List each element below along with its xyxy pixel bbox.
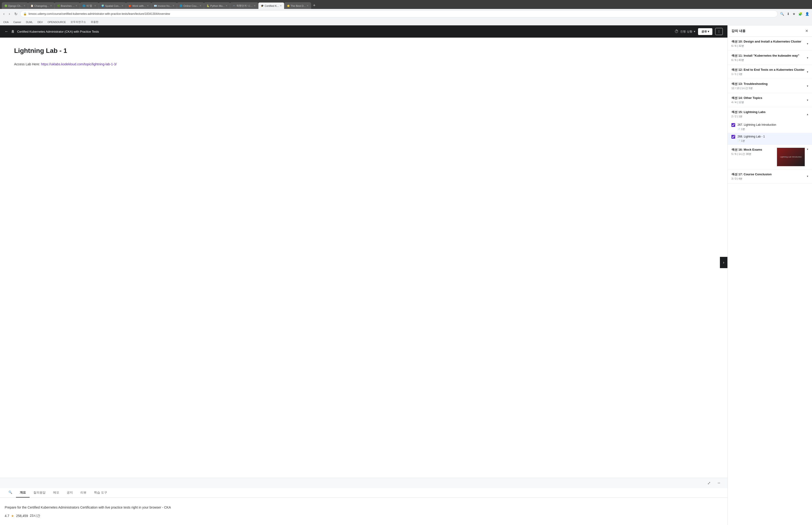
tab-work[interactable]: 🍎 Work with... ✕: [126, 2, 151, 9]
lecture-268[interactable]: 268. Lightning Lab - 1 📄 1분: [727, 133, 812, 145]
tab-overview[interactable]: 개요: [16, 488, 30, 497]
more-options-button[interactable]: ⋮: [715, 28, 723, 35]
section-12: 섹션 12: End to End Tests on a Kubernetes …: [727, 65, 812, 79]
lecture-267-name: 267. Lightning Lab Introduction: [737, 123, 808, 127]
section-17-chevron-icon: ▾: [807, 175, 808, 178]
preview-thumb-inner: Lightning Lab Introduction: [777, 148, 805, 166]
tab-close-python[interactable]: ✕: [226, 4, 227, 7]
tab-tools[interactable]: 학습 도구: [90, 488, 111, 497]
address-bar[interactable]: 🔒 kmooc.udemy.com/course/certified-kuber…: [20, 10, 778, 17]
bookmark-dlml[interactable]: DLML: [25, 20, 34, 24]
search-nav-icon[interactable]: 🔍: [779, 11, 785, 17]
tab-close-django[interactable]: ✕: [24, 4, 25, 7]
doc-268-icon: 📄: [737, 139, 740, 142]
lab-link[interactable]: https://uklabs.kodekloud.com/topic/light…: [41, 62, 117, 66]
lecture-267-duration: 📄 1분: [737, 127, 808, 131]
section-14-header[interactable]: 섹션 14: Other Topics 4 / 4 | 12분 ▾: [727, 93, 812, 107]
lecture-tab-nav: 🔍 개요 질의응답 메모 공지 리뷰 학습 도구: [0, 488, 727, 498]
bookmark-bar: CKA Career DLML DEV OPENSOURCE 모두의연구소 유용…: [0, 19, 812, 25]
tab-online[interactable]: 🌐 Online Cou... ✕: [177, 2, 204, 9]
tab-invoice[interactable]: 📧 Invoice fro... ✕: [151, 2, 177, 9]
tab-korean[interactable]: 🎮 육했던게 니말... ✕: [230, 2, 258, 9]
forward-button[interactable]: ›: [7, 11, 11, 17]
back-button[interactable]: ‹: [2, 11, 6, 17]
course-home-label[interactable]: 홈: [11, 29, 14, 34]
bookmark-cka[interactable]: CKA: [2, 20, 10, 24]
tab-close-spatial[interactable]: ✕: [121, 4, 123, 7]
section-16-info: 섹션 16: Mock Exams 5 / 6 | 1시간 38분: [731, 148, 777, 156]
section-11-chevron-icon: ▾: [807, 56, 808, 59]
bottom-controls: ⤢ ↔: [0, 478, 727, 488]
tab-branches[interactable]: 🌿 Branches ... ✕: [55, 2, 80, 9]
tab-certified[interactable]: 🎓 Certified K... ✕: [258, 2, 284, 9]
fullscreen-button[interactable]: ⤢: [706, 480, 713, 486]
section-10-header[interactable]: 섹션 10: Design and Install a Kubernetes C…: [727, 37, 812, 50]
share-label: 공유: [701, 30, 707, 33]
tab-close-certified[interactable]: ✕: [280, 4, 282, 7]
tab-spatial[interactable]: 🌍 Spatial Con... ✕: [99, 2, 126, 9]
tab-notes[interactable]: 메모: [49, 488, 63, 497]
section-16-meta: 5 / 6 | 1시간 38분: [731, 152, 777, 156]
section-14: 섹션 14: Other Topics 4 / 4 | 12분 ▾: [727, 93, 812, 107]
download-icon[interactable]: ⬇: [786, 11, 791, 17]
lecture-268-checkbox[interactable]: [731, 135, 735, 139]
bookmark-useful[interactable]: 유용한: [89, 20, 100, 24]
lecture-267-checkbox[interactable]: [731, 123, 735, 127]
bookmark-community[interactable]: 모두의연구소: [69, 20, 88, 24]
section-13-header[interactable]: 섹션 13: Troubleshooting 12 / 13 | 1시간 5분 …: [727, 79, 812, 93]
star-icon: ★: [11, 514, 14, 518]
section-15-header[interactable]: 섹션 15: Lightning Labs 2 / 2 | 1분 ▴: [727, 107, 812, 121]
bookmark-opensource[interactable]: OPENSOURCE: [46, 20, 67, 24]
section-14-title: 섹션 14: Other Topics: [731, 96, 762, 100]
share-button[interactable]: 공유 ▾: [698, 28, 713, 35]
bookmark-useful-label: 유용한: [91, 20, 98, 24]
tab-close-changelog[interactable]: ✕: [50, 4, 52, 7]
section-16-header[interactable]: 섹션 16: Mock Exams 5 / 6 | 1시간 38분 Lightn…: [727, 145, 812, 169]
section-10-chevron-icon: ▾: [807, 42, 808, 45]
bookmark-dev[interactable]: DEV: [36, 20, 44, 24]
resize-button[interactable]: ↔: [715, 480, 723, 486]
tab-close-invoice[interactable]: ✕: [172, 4, 174, 7]
tab-django[interactable]: 🟢 Django Ch... ✕: [2, 2, 28, 9]
sidebar-close-button[interactable]: ✕: [805, 29, 808, 33]
section-12-title: 섹션 12: End to End Tests on a Kubernetes …: [731, 68, 805, 72]
tab-search[interactable]: 🔍: [5, 488, 16, 497]
tab-close-online[interactable]: ✕: [199, 4, 201, 7]
tab-qa[interactable]: 질의응답: [30, 488, 49, 497]
tab-close-newtab[interactable]: ✕: [94, 4, 96, 7]
hours-label: 23시간: [30, 514, 40, 518]
tab-python[interactable]: 🐍 Python Mu... ✕: [204, 2, 230, 9]
lecture-268-duration: 📄 1분: [737, 139, 808, 142]
tab-close-korean[interactable]: ✕: [254, 4, 256, 7]
next-lecture-button[interactable]: ›: [720, 257, 727, 268]
overview-content: Prepare for the Certified Kubernetes Adm…: [0, 498, 727, 525]
progress-button[interactable]: ⏱ 진행 상황 ▾: [675, 29, 695, 34]
section-11-header[interactable]: 섹션 11: Install "Kubernetes the kubeadm w…: [727, 51, 812, 65]
overview-text: Prepare for the Certified Kubernetes Adm…: [5, 505, 723, 510]
section-17-header[interactable]: 섹션 17: Course Conclusion 3 / 3 | 4분 ▾: [727, 169, 812, 183]
tab-changelog[interactable]: 📋 Changelog... ✕: [28, 2, 54, 9]
tab-close-branches[interactable]: ✕: [75, 4, 77, 7]
section-13-title: 섹션 13: Troubleshooting: [731, 82, 768, 86]
section-11-title: 섹션 11: Install "Kubernetes the kubeadm w…: [731, 54, 799, 58]
tab-notice[interactable]: 공지: [63, 488, 77, 497]
course-title: Certified Kubernetes Administrator (CKA)…: [17, 30, 99, 33]
reload-button[interactable]: ↻: [13, 11, 19, 17]
bookmark-career[interactable]: Career: [12, 20, 23, 24]
tab-newtab[interactable]: 🌐 새 탭 ✕: [80, 2, 99, 9]
bookmark-opensource-label: OPENSOURCE: [47, 21, 66, 24]
extension-icon[interactable]: 🧩: [797, 11, 803, 17]
tab-best[interactable]: 🌟 The Best D... ✕: [284, 2, 311, 9]
section-12-header[interactable]: 섹션 12: End to End Tests on a Kubernetes …: [727, 65, 812, 79]
course-home-button[interactable]: ←: [5, 29, 9, 34]
tab-close-work[interactable]: ✕: [147, 4, 149, 7]
lecture-267[interactable]: 267. Lightning Lab Introduction 📄 1분: [727, 121, 812, 133]
tab-review[interactable]: 리뷰: [77, 488, 90, 497]
account-icon[interactable]: 👤: [804, 11, 810, 17]
tab-close-best[interactable]: ✕: [307, 4, 308, 7]
bookmark-star-icon[interactable]: ★: [792, 11, 796, 17]
course-header-left: ← 홈 Certified Kubernetes Administrator (…: [5, 29, 99, 34]
new-tab-button[interactable]: +: [311, 2, 318, 9]
access-lab-text: Access Lab Here:: [14, 62, 41, 66]
section-13-meta: 12 / 13 | 1시간 5분: [731, 87, 768, 90]
